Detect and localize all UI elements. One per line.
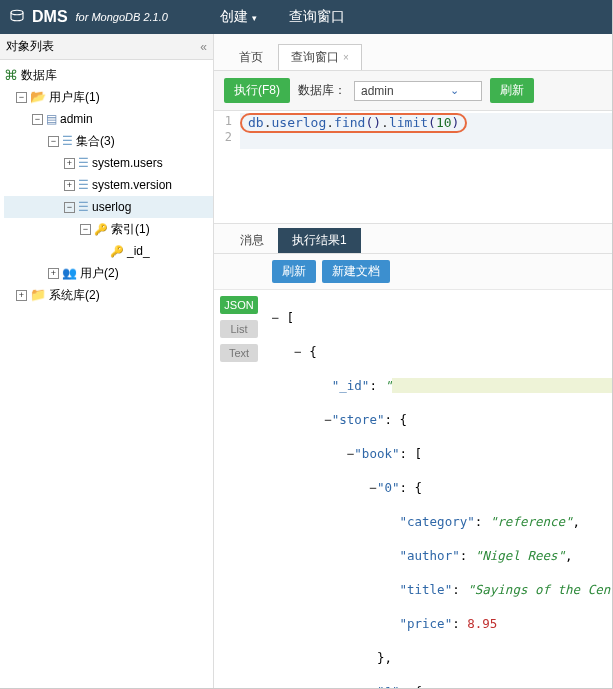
collection-icon: ☰ [62, 131, 73, 151]
collection-icon: ☰ [78, 197, 89, 217]
object-tree: ⌘数据库 −📂用户库(1) −▤admin −☰集合(3) +☰system.u… [0, 60, 213, 310]
plus-icon[interactable]: + [48, 268, 59, 279]
menu-create[interactable]: 创建 ▾ [206, 0, 271, 34]
query-toolbar: 执行(F8) 数据库： admin⌄ 刷新 [214, 71, 612, 111]
tab-query-window[interactable]: 查询窗口× [278, 44, 362, 70]
plus-icon[interactable]: + [64, 158, 75, 169]
tree-node-admin[interactable]: −▤admin [4, 108, 213, 130]
brand-name: DMS [32, 8, 68, 26]
minus-icon[interactable]: − [32, 114, 43, 125]
sidebar: 对象列表 « ⌘数据库 −📂用户库(1) −▤admin −☰集合(3) +☰s… [0, 34, 214, 689]
plus-icon[interactable]: + [16, 290, 27, 301]
new-document-button[interactable]: 新建文档 [322, 260, 390, 283]
minus-icon[interactable]: − [64, 202, 75, 213]
collapse-icon[interactable]: « [200, 40, 207, 54]
tab-result-1[interactable]: 执行结果1 [278, 228, 361, 253]
tree-node-index[interactable]: −🔑索引(1) [4, 218, 213, 240]
execute-button[interactable]: 执行(F8) [224, 78, 290, 103]
plus-icon[interactable]: + [64, 180, 75, 191]
tree-node-userlog[interactable]: −☰userlog [4, 196, 213, 218]
close-icon[interactable]: × [343, 52, 349, 63]
top-bar: DMS for MongoDB 2.1.0 创建 ▾ 查询窗口 [0, 0, 612, 34]
tab-messages[interactable]: 消息 [226, 228, 278, 253]
main-area: 首页 查询窗口× 执行(F8) 数据库： admin⌄ 刷新 12 db.use… [214, 34, 612, 689]
minus-icon[interactable]: − [16, 92, 27, 103]
key-icon: 🔑 [110, 241, 124, 261]
line-gutter: 12 [214, 111, 236, 223]
view-mode-tabs: JSON List Text [214, 290, 264, 689]
tree-node-users[interactable]: +👥用户(2) [4, 262, 213, 284]
collection-icon: ☰ [78, 153, 89, 173]
tree-node-system-users[interactable]: +☰system.users [4, 152, 213, 174]
index-icon: 🔑 [94, 219, 108, 239]
tree-node-user-db[interactable]: −📂用户库(1) [4, 86, 213, 108]
folder-icon: 📁 [30, 285, 46, 305]
code-area[interactable]: db.userlog.find().limit(10) [236, 111, 612, 223]
tree-node-sys-db[interactable]: +📁系统库(2) [4, 284, 213, 306]
editor-tabs: 首页 查询窗口× [214, 34, 612, 71]
folder-icon: 📂 [30, 87, 46, 107]
minus-icon[interactable]: − [80, 224, 91, 235]
leaf-icon: ⌘ [4, 65, 18, 85]
logo-icon [8, 8, 26, 26]
chevron-down-icon: ⌄ [450, 84, 459, 97]
code-editor[interactable]: 12 db.userlog.find().limit(10) [214, 111, 612, 223]
view-text[interactable]: Text [220, 344, 258, 362]
sidebar-header: 对象列表 « [0, 34, 213, 60]
tree-node-system-version[interactable]: +☰system.version [4, 174, 213, 196]
tree-node-collections[interactable]: −☰集合(3) [4, 130, 213, 152]
tree-node-databases[interactable]: ⌘数据库 [4, 64, 213, 86]
database-select[interactable]: admin⌄ [354, 81, 482, 101]
collection-icon: ☰ [78, 175, 89, 195]
result-toolbar: 刷新 新建文档 [214, 254, 612, 290]
svg-point-0 [11, 10, 23, 15]
view-list[interactable]: List [220, 320, 258, 338]
minus-icon[interactable]: − [48, 136, 59, 147]
db-label: 数据库： [298, 82, 346, 99]
sidebar-title: 对象列表 [6, 38, 54, 55]
brand-subtitle: for MongoDB 2.1.0 [76, 11, 168, 23]
db-icon: ▤ [46, 109, 57, 129]
result-tabs: 消息 执行结果1 [214, 223, 612, 254]
user-icon: 👥 [62, 263, 77, 283]
view-json[interactable]: JSON [220, 296, 258, 314]
json-output[interactable]: − [ − { "_id": " ")", −"store": { −"book… [264, 290, 612, 689]
result-area: JSON List Text − [ − { "_id": " ")", −"s… [214, 290, 612, 689]
menu-query-window[interactable]: 查询窗口 [275, 0, 359, 34]
result-refresh-button[interactable]: 刷新 [272, 260, 316, 283]
highlighted-query: db.userlog.find().limit(10) [240, 113, 467, 133]
refresh-button[interactable]: 刷新 [490, 78, 534, 103]
tab-home[interactable]: 首页 [226, 44, 276, 70]
main-menu: 创建 ▾ 查询窗口 [206, 0, 359, 34]
tree-node-id-index[interactable]: 🔑_id_ [4, 240, 213, 262]
